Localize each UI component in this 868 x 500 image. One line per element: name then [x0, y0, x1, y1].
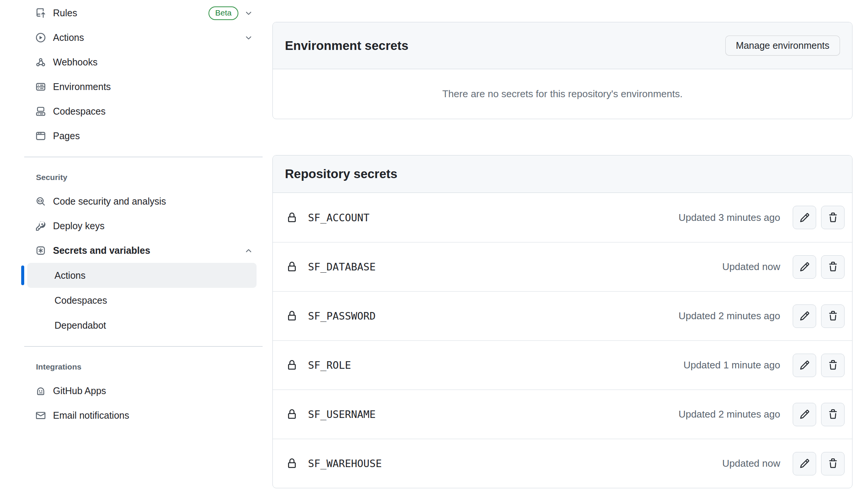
settings-main-panel: Environment secrets Manage environments … — [272, 22, 852, 488]
repository-secrets-title: Repository secrets — [285, 167, 397, 181]
edit-secret-button[interactable] — [793, 452, 816, 475]
updated-timestamp: Updated now — [722, 458, 780, 469]
sidebar-item-label: Codespaces — [53, 106, 106, 117]
lock-icon — [287, 360, 297, 370]
secret-row: SF_PASSWORD Updated 2 minutes ago — [273, 291, 852, 340]
chevron-down-icon — [244, 34, 253, 42]
lock-icon — [287, 311, 297, 321]
trash-icon — [828, 311, 838, 321]
sidebar-item-label: Email notifications — [53, 410, 129, 421]
edit-secret-button[interactable] — [793, 206, 816, 229]
environment-secrets-empty-state: There are no secrets for this repository… — [273, 69, 852, 119]
codescan-icon — [36, 197, 45, 206]
codespaces-icon — [36, 107, 45, 116]
empty-state-message: There are no secrets for this repository… — [442, 88, 683, 100]
sidebar-item-label: Code security and analysis — [53, 196, 166, 207]
secret-name: SF_DATABASE — [308, 261, 376, 273]
sidebar-item-environments[interactable]: Environments — [23, 75, 263, 99]
trash-icon — [828, 262, 838, 272]
updated-timestamp: Updated 1 minute ago — [683, 359, 780, 371]
sidebar-item-label: Rules — [53, 8, 77, 19]
beta-badge: Beta — [208, 6, 238, 20]
mail-icon — [36, 411, 45, 420]
sidebar-item-label: Secrets and variables — [53, 245, 150, 256]
secret-name: SF_ACCOUNT — [308, 212, 370, 224]
secret-name: SF_ROLE — [308, 359, 351, 371]
trash-icon — [828, 458, 838, 469]
sidebar-item-codespaces[interactable]: Codespaces — [23, 99, 263, 124]
sidebar-divider — [24, 157, 263, 157]
updated-timestamp: Updated 2 minutes ago — [678, 310, 780, 322]
pencil-icon — [800, 262, 810, 272]
secret-row: SF_WAREHOUSE Updated now — [273, 439, 852, 488]
lock-icon — [287, 213, 297, 223]
sidebar-subitem-dependabot[interactable]: Dependabot — [27, 313, 257, 338]
delete-secret-button[interactable] — [821, 354, 845, 377]
sidebar-item-actions[interactable]: Actions — [23, 25, 263, 50]
secrets-list: SF_ACCOUNT Updated 3 minutes ago SF_DATA… — [273, 193, 852, 488]
edit-secret-button[interactable] — [793, 403, 816, 426]
edit-secret-button[interactable] — [793, 354, 816, 377]
sidebar-item-pages[interactable]: Pages — [23, 124, 263, 148]
environment-secrets-title: Environment secrets — [285, 39, 408, 53]
sidebar-item-webhooks[interactable]: Webhooks — [23, 50, 263, 75]
sidebar-item-code-security[interactable]: Code security and analysis — [23, 189, 263, 214]
delete-secret-button[interactable] — [821, 403, 845, 426]
browser-icon — [36, 131, 45, 141]
environment-secrets-header: Environment secrets Manage environments — [273, 22, 852, 69]
sidebar-item-secrets-and-variables[interactable]: Secrets and variables — [23, 238, 263, 263]
settings-sidebar: Rules Beta Actions Webhooks — [23, 1, 263, 428]
chevron-down-icon — [244, 9, 253, 17]
edit-secret-button[interactable] — [793, 304, 816, 328]
secret-name: SF_WAREHOUSE — [308, 458, 382, 469]
hubot-icon — [36, 386, 45, 396]
webhook-icon — [36, 57, 45, 67]
sidebar-section-security: Security — [23, 166, 263, 189]
key-icon — [36, 221, 45, 231]
sidebar-subitem-actions[interactable]: Actions — [27, 263, 257, 288]
pencil-icon — [800, 360, 810, 370]
updated-timestamp: Updated 2 minutes ago — [678, 408, 780, 420]
secret-name: SF_PASSWORD — [308, 310, 376, 322]
secret-row: SF_USERNAME Updated 2 minutes ago — [273, 390, 852, 439]
active-indicator — [21, 266, 24, 285]
sidebar-subitem-label: Dependabot — [54, 320, 106, 331]
pencil-icon — [800, 409, 810, 419]
sidebar-section-integrations: Integrations — [23, 355, 263, 379]
delete-secret-button[interactable] — [821, 452, 845, 475]
lock-icon — [287, 458, 297, 469]
sidebar-item-deploy-keys[interactable]: Deploy keys — [23, 214, 263, 238]
lock-icon — [287, 409, 297, 419]
sidebar-divider — [24, 346, 263, 347]
pencil-icon — [800, 311, 810, 321]
asterisk-box-icon — [36, 246, 45, 255]
sidebar-item-label: GitHub Apps — [53, 385, 106, 396]
edit-secret-button[interactable] — [793, 255, 816, 279]
sidebar-subitem-codespaces[interactable]: Codespaces — [27, 288, 257, 313]
delete-secret-button[interactable] — [821, 206, 845, 229]
trash-icon — [828, 213, 838, 223]
delete-secret-button[interactable] — [821, 304, 845, 328]
trash-icon — [828, 360, 838, 370]
lock-icon — [287, 262, 297, 272]
pencil-icon — [800, 213, 810, 223]
pencil-icon — [800, 458, 810, 469]
chevron-up-icon — [244, 247, 253, 255]
sidebar-item-label: Actions — [53, 32, 84, 43]
sidebar-item-github-apps[interactable]: GitHub Apps — [23, 379, 263, 403]
manage-environments-button[interactable]: Manage environments — [725, 36, 840, 56]
repository-secrets-header: Repository secrets — [273, 155, 852, 193]
sidebar-item-rules[interactable]: Rules Beta — [23, 1, 263, 25]
sidebar-subitem-label: Codespaces — [54, 295, 107, 306]
repo-push-icon — [36, 8, 45, 18]
sidebar-item-label: Webhooks — [53, 57, 98, 68]
secret-row: SF_ROLE Updated 1 minute ago — [273, 340, 852, 390]
sidebar-item-email-notifications[interactable]: Email notifications — [23, 403, 263, 428]
environment-secrets-card: Environment secrets Manage environments … — [272, 22, 852, 119]
sidebar-item-label: Pages — [53, 130, 80, 141]
server-icon — [36, 82, 45, 92]
delete-secret-button[interactable] — [821, 255, 845, 279]
sidebar-item-label: Deploy keys — [53, 220, 104, 231]
updated-timestamp: Updated now — [722, 261, 780, 273]
secret-row: SF_ACCOUNT Updated 3 minutes ago — [273, 193, 852, 242]
